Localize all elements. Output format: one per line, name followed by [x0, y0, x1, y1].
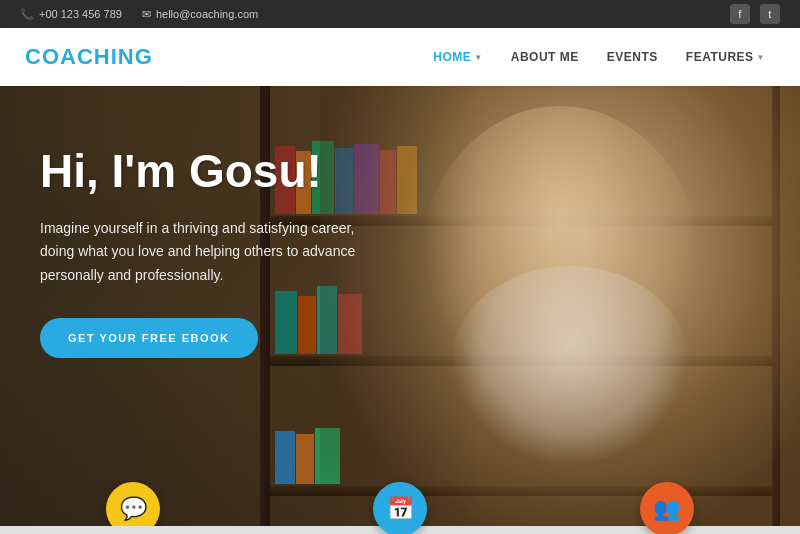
calendar-icon-circle[interactable]: 📅	[373, 482, 427, 534]
chat-icon: 💬	[120, 496, 147, 522]
phone-icon: 📞	[20, 8, 34, 21]
phone-number: +00 123 456 789	[39, 8, 122, 20]
calendar-icon: 📅	[387, 496, 414, 522]
nav-item-about[interactable]: ABOUT ME	[501, 44, 589, 70]
nav-features-label: FEATURES	[686, 50, 754, 64]
bottom-section-calendar: 📅	[267, 464, 534, 534]
top-bar-social: f t	[730, 4, 780, 24]
chevron-down-icon-2: ▼	[757, 53, 765, 62]
cta-button[interactable]: GET YOUR FREE EBOOK	[40, 318, 258, 358]
nav-events-label: EVENTS	[607, 50, 658, 64]
nav-item-events[interactable]: EVENTS	[597, 44, 668, 70]
nav-item-features[interactable]: FEATURES ▼	[676, 44, 775, 70]
hero-title: Hi, I'm Gosu!	[40, 146, 360, 197]
header: COACHING HOME ▼ ABOUT ME EVENTS FEATURES…	[0, 28, 800, 86]
logo-accent-text: ING	[111, 44, 153, 69]
community-icon: 👥	[653, 496, 680, 522]
top-bar: 📞 +00 123 456 789 ✉ hello@coaching.com f…	[0, 0, 800, 28]
phone-contact: 📞 +00 123 456 789	[20, 8, 122, 21]
chevron-down-icon: ▼	[474, 53, 482, 62]
facebook-icon[interactable]: f	[730, 4, 750, 24]
beard-highlight	[450, 266, 690, 466]
nav-item-home[interactable]: HOME ▼	[423, 44, 492, 70]
email-address: hello@coaching.com	[156, 8, 258, 20]
hero-content: Hi, I'm Gosu! Imagine yourself in a thri…	[0, 86, 400, 418]
bottom-section-community: 👥	[533, 464, 800, 534]
email-contact: ✉ hello@coaching.com	[142, 8, 258, 21]
bottom-section-chat: 💬	[0, 464, 267, 534]
hero-description: Imagine yourself in a thriving and satis…	[40, 217, 360, 288]
twitter-icon[interactable]: t	[760, 4, 780, 24]
top-bar-contact: 📞 +00 123 456 789 ✉ hello@coaching.com	[20, 8, 258, 21]
bottom-icon-bar: 💬 📅 👥	[0, 464, 800, 534]
hero-section: Hi, I'm Gosu! Imagine yourself in a thri…	[0, 86, 800, 534]
community-icon-circle[interactable]: 👥	[640, 482, 694, 534]
main-nav: HOME ▼ ABOUT ME EVENTS FEATURES ▼	[423, 44, 775, 70]
logo-dark-text: COACH	[25, 44, 111, 69]
nav-home-label: HOME	[433, 50, 471, 64]
mail-icon: ✉	[142, 8, 151, 21]
logo[interactable]: COACHING	[25, 44, 153, 70]
nav-about-label: ABOUT ME	[511, 50, 579, 64]
